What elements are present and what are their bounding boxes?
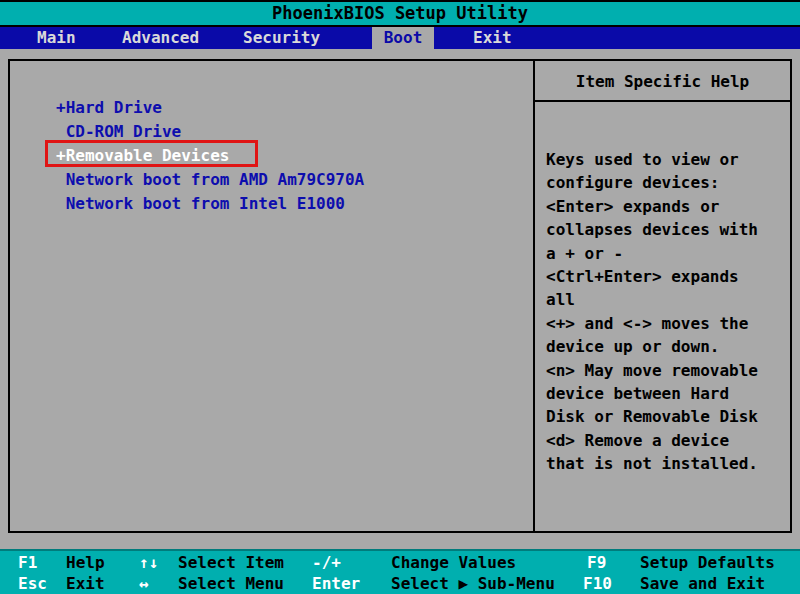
- key-leftright-label: Select Menu: [178, 574, 284, 594]
- key-updown-label: Select Item: [178, 553, 284, 573]
- tab-security[interactable]: Security: [243, 27, 320, 49]
- key-f1: F1: [18, 553, 37, 573]
- boot-item-network-intel[interactable]: Network boot from Intel E1000: [56, 192, 345, 216]
- help-panel-body: Keys used to view or configure devices: …: [546, 148, 787, 475]
- tab-boot[interactable]: Boot: [372, 27, 434, 49]
- help-line: Disk or Removable Disk: [546, 405, 787, 428]
- help-line: <Ctrl+Enter> expands: [546, 265, 787, 288]
- help-line: <Enter> expands or: [546, 195, 787, 218]
- help-panel-title: Item Specific Help: [535, 61, 790, 102]
- footer-keybar: F1 Help ↑↓ Select Item -/+ Change Values…: [0, 549, 800, 594]
- key-f10: F10: [583, 574, 612, 594]
- key-f9-label: Setup Defaults: [640, 553, 775, 573]
- key-esc-label: Exit: [66, 574, 105, 594]
- boot-item-hard-drive[interactable]: +Hard Drive: [56, 96, 162, 120]
- menu-bar: Main Advanced Security Boot Exit: [0, 27, 800, 49]
- footer-row-1: F1 Help ↑↓ Select Item -/+ Change Values…: [0, 553, 800, 573]
- boot-item-removable-devices[interactable]: +Removable Devices: [56, 144, 229, 168]
- tab-exit[interactable]: Exit: [473, 27, 512, 49]
- bios-setup-screen: PhoenixBIOS Setup Utility Main Advanced …: [0, 0, 800, 594]
- tab-advanced[interactable]: Advanced: [122, 27, 199, 49]
- key-f1-label: Help: [66, 553, 105, 573]
- help-line: a + or -: [546, 242, 787, 265]
- help-line: configure devices:: [546, 171, 787, 194]
- help-line: that is not installed.: [546, 452, 787, 475]
- key-updown-arrows: ↑↓: [139, 553, 158, 573]
- key-minus-plus-label: Change Values: [391, 553, 516, 573]
- help-line: <d> Remove a device: [546, 429, 787, 452]
- help-line: Keys used to view or: [546, 148, 787, 171]
- help-panel: Item Specific Help Keys used to view or …: [533, 59, 792, 533]
- key-minus-plus: -/+: [312, 553, 341, 573]
- app-title: PhoenixBIOS Setup Utility: [272, 3, 528, 23]
- key-f9: F9: [587, 553, 606, 573]
- help-line: device between Hard: [546, 382, 787, 405]
- title-bar: PhoenixBIOS Setup Utility: [0, 0, 800, 27]
- key-esc: Esc: [18, 574, 47, 594]
- help-line: device up or down.: [546, 335, 787, 358]
- footer-row-2: Esc Exit ↔ Select Menu Enter Select ▶ Su…: [0, 574, 800, 594]
- help-line: collapses devices with: [546, 218, 787, 241]
- help-line: all: [546, 288, 787, 311]
- key-enter: Enter: [312, 574, 360, 594]
- help-line: <+> and <-> moves the: [546, 312, 787, 335]
- tab-main[interactable]: Main: [37, 27, 76, 49]
- key-enter-label: Select ▶ Sub-Menu: [391, 574, 555, 594]
- help-line: <n> May move removable: [546, 359, 787, 382]
- boot-device-panel: +Hard Drive CD-ROM Drive +Removable Devi…: [8, 59, 535, 533]
- boot-item-network-amd[interactable]: Network boot from AMD Am79C970A: [56, 168, 364, 192]
- key-leftright-arrows: ↔: [139, 574, 149, 594]
- key-f10-label: Save and Exit: [640, 574, 765, 594]
